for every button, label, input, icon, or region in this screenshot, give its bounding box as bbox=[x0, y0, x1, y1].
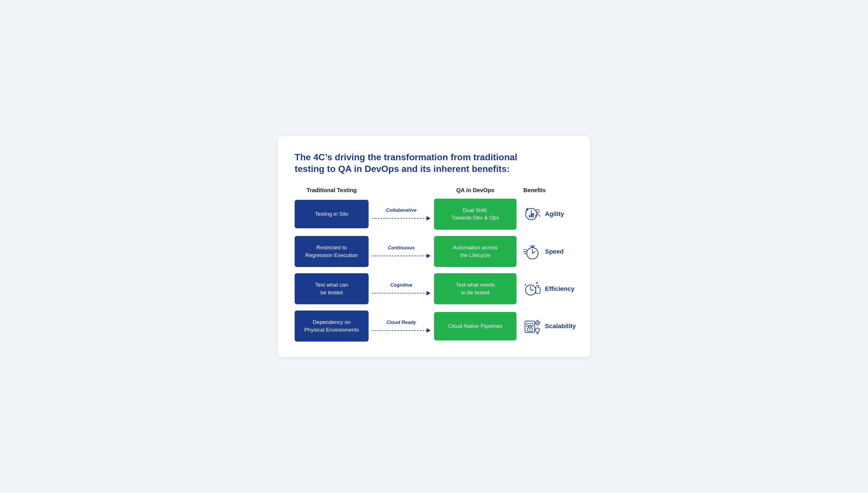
svg-line-10 bbox=[532, 252, 535, 253]
traditional-box-3: Dependency onPhysical Environments bbox=[295, 310, 369, 342]
benefit-0: Agility bbox=[517, 205, 573, 223]
benefit-label-0: Agility bbox=[545, 210, 564, 218]
scalability-icon bbox=[523, 317, 541, 335]
page-title: The 4C’s driving the transformation from… bbox=[295, 151, 528, 175]
table-row: Dependency onPhysical Environments Cloud… bbox=[295, 310, 573, 342]
qa-box-1: Automation acrossthe Lifecycle bbox=[434, 236, 517, 267]
col-connector bbox=[369, 187, 434, 194]
connector-label-3: Cloud Ready bbox=[387, 320, 416, 325]
col-benefits: Benefits bbox=[517, 187, 573, 194]
efficiency-icon bbox=[523, 280, 541, 298]
qa-box-3: Cloud Native Pipelines bbox=[434, 312, 517, 340]
connector-1: Continuous bbox=[369, 245, 434, 258]
dashed-arrow-2 bbox=[372, 291, 431, 296]
speed-icon bbox=[523, 242, 541, 261]
svg-line-37 bbox=[535, 329, 536, 329]
benefit-1: Speed bbox=[517, 242, 573, 261]
dashed-arrow-0 bbox=[372, 216, 431, 221]
traditional-box-0: Testing in Silo bbox=[295, 200, 369, 228]
svg-rect-23 bbox=[525, 321, 535, 333]
svg-point-26 bbox=[529, 329, 530, 330]
svg-point-28 bbox=[537, 322, 539, 324]
svg-point-33 bbox=[535, 328, 540, 332]
svg-rect-3 bbox=[529, 215, 530, 217]
agility-icon bbox=[523, 205, 541, 223]
table-row: Test what canbe tested Cognitive Test wh… bbox=[295, 273, 573, 304]
svg-point-27 bbox=[535, 321, 540, 325]
dashed-arrow-3 bbox=[372, 328, 431, 333]
traditional-box-1: Restricted toRegression Execution bbox=[295, 236, 369, 267]
qa-box-2: Test what needsto be tested bbox=[434, 273, 517, 304]
connector-3: Cloud Ready bbox=[369, 320, 434, 333]
benefit-label-2: Efficiency bbox=[545, 285, 574, 293]
svg-line-15 bbox=[524, 253, 527, 254]
benefit-2: Efficiency bbox=[517, 280, 573, 298]
connector-0: Collaborative bbox=[369, 208, 434, 221]
table-header: Traditional Testing QA in DevOps Benefit… bbox=[295, 187, 573, 194]
rows-container: Testing in Silo Collaborative Dual Shift… bbox=[295, 199, 573, 342]
svg-rect-11 bbox=[531, 246, 533, 248]
svg-rect-4 bbox=[531, 214, 532, 217]
svg-line-38 bbox=[539, 329, 540, 329]
table-row: Testing in Silo Collaborative Dual Shift… bbox=[295, 199, 573, 230]
connector-label-2: Cognitive bbox=[390, 282, 412, 288]
col-qa: QA in DevOps bbox=[434, 187, 517, 194]
table-row: Restricted toRegression Execution Contin… bbox=[295, 236, 573, 267]
col-traditional: Traditional Testing bbox=[295, 187, 369, 194]
dashed-arrow-1 bbox=[372, 254, 431, 258]
connector-label-1: Continuous bbox=[388, 245, 415, 251]
connector-label-0: Collaborative bbox=[386, 208, 417, 213]
svg-rect-5 bbox=[532, 213, 533, 217]
qa-box-0: Dual Shift:Towards Dev & Ops bbox=[434, 199, 517, 230]
benefit-3: Scalability bbox=[517, 317, 573, 335]
svg-marker-7 bbox=[526, 208, 528, 210]
traditional-box-2: Test what canbe tested bbox=[295, 273, 369, 304]
benefit-label-1: Speed bbox=[545, 248, 564, 255]
svg-line-14 bbox=[524, 249, 527, 250]
benefit-label-3: Scalability bbox=[545, 322, 576, 330]
main-card: The 4C’s driving the transformation from… bbox=[278, 136, 590, 357]
connector-2: Cognitive bbox=[369, 282, 434, 296]
